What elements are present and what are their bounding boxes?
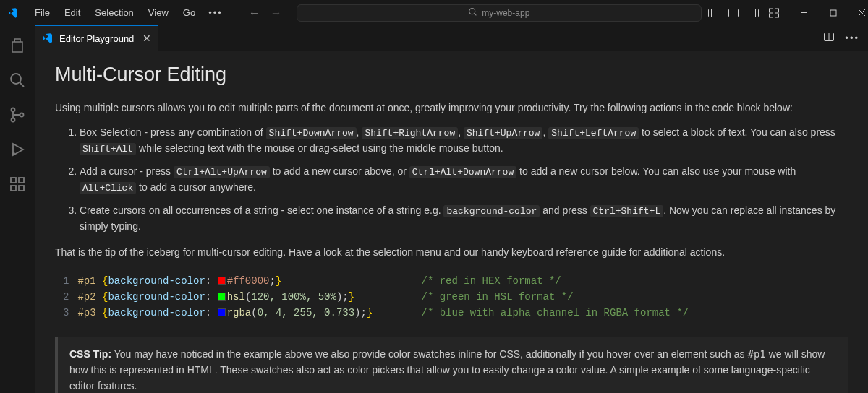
toggle-panel-icon[interactable] — [728, 7, 739, 19]
line-gutter: 1 2 3 — [56, 270, 77, 324]
vscode-logo-icon — [7, 7, 19, 19]
svg-point-0 — [469, 8, 475, 14]
vscode-logo-icon — [42, 33, 54, 44]
kbd: Ctrl+Shift+L — [590, 205, 664, 217]
run-debug-icon[interactable] — [0, 135, 35, 164]
intro-text: Using multiple cursors allows you to edi… — [55, 100, 848, 116]
source-control-icon[interactable] — [0, 100, 35, 129]
minimize-button[interactable] — [790, 2, 819, 24]
kbd: background-color — [443, 205, 540, 217]
nav-forward-icon[interactable]: → — [271, 7, 282, 20]
svg-rect-2 — [728, 9, 738, 17]
menu-more-icon[interactable]: ••• — [203, 3, 229, 22]
tab-editor-playground[interactable]: Editor Playground ✕ — [35, 25, 158, 51]
svg-rect-3 — [749, 9, 758, 17]
more-actions-icon[interactable]: ••• — [845, 33, 859, 43]
menu-bar: File Edit Selection View Go ••• — [27, 3, 229, 22]
search-icon — [468, 7, 477, 19]
svg-point-13 — [12, 152, 15, 155]
explorer-icon[interactable] — [0, 31, 35, 60]
kbd: Shift+RightArrow — [362, 127, 458, 139]
svg-point-11 — [12, 118, 15, 122]
layout-controls — [707, 7, 780, 19]
svg-rect-7 — [775, 14, 778, 17]
split-editor-icon[interactable] — [823, 31, 835, 45]
kbd: Ctrl+Alt+DownArrow — [409, 166, 516, 178]
kbd: Alt+Click — [80, 182, 136, 194]
list-item: Create cursors on all occurrences of a s… — [80, 203, 848, 235]
maximize-button[interactable] — [819, 2, 848, 24]
kbd: Shift+Alt — [80, 143, 136, 155]
nav-arrows: ← → — [249, 7, 282, 20]
code-block[interactable]: 1 2 3 #p1 {background-color: #ff0000;} /… — [55, 269, 848, 324]
svg-rect-15 — [11, 186, 16, 191]
code-line: #p2 {background-color: hsl(120, 100%, 50… — [77, 289, 847, 305]
command-center-search[interactable]: my-web-app — [297, 4, 702, 22]
close-window-button[interactable] — [848, 2, 868, 24]
kbd: Shift+LeftArrow — [548, 127, 639, 139]
kbd: Shift+UpArrow — [464, 127, 542, 139]
menu-view[interactable]: View — [141, 3, 176, 22]
extensions-icon[interactable] — [0, 170, 35, 199]
code-line: #p1 {background-color: #ff0000;} /* red … — [77, 273, 847, 289]
svg-rect-17 — [19, 178, 24, 183]
close-icon[interactable]: ✕ — [142, 33, 151, 44]
color-swatch-icon[interactable] — [218, 277, 226, 285]
editor-actions: ••• — [814, 25, 868, 51]
menu-file[interactable]: File — [27, 3, 57, 22]
code-lines: #p1 {background-color: #ff0000;} /* red … — [77, 270, 847, 324]
outro-text: That is the tip of the iceberg for multi… — [55, 245, 848, 261]
title-bar: File Edit Selection View Go ••• ← → my-w… — [0, 0, 868, 25]
svg-rect-16 — [19, 186, 24, 191]
toggle-primary-sidebar-icon[interactable] — [707, 7, 719, 19]
list-item: Add a cursor - press Ctrl+Alt+UpArrow to… — [80, 164, 848, 196]
activity-bar — [0, 25, 35, 393]
nav-back-icon[interactable]: ← — [249, 7, 260, 20]
menu-edit[interactable]: Edit — [57, 3, 88, 22]
css-tip-box: CSS Tip: You may have noticed in the exa… — [55, 337, 848, 393]
menu-go[interactable]: Go — [176, 3, 203, 22]
tab-label: Editor Playground — [59, 33, 134, 44]
tip-code: #p1 — [747, 348, 765, 360]
toggle-secondary-sidebar-icon[interactable] — [748, 7, 760, 19]
svg-point-10 — [12, 108, 15, 112]
list-item: Box Selection - press any combination of… — [80, 125, 848, 157]
tab-bar: Editor Playground ✕ ••• — [35, 25, 868, 51]
svg-rect-1 — [708, 9, 718, 17]
svg-rect-6 — [769, 14, 773, 17]
svg-rect-4 — [769, 9, 773, 12]
code-line: #p3 {background-color: rgba(0, 4, 255, 0… — [77, 305, 847, 321]
window-controls — [790, 2, 868, 24]
svg-point-9 — [11, 74, 21, 84]
playground-content: Multi-Cursor Editing Using multiple curs… — [35, 51, 868, 393]
customize-layout-icon[interactable] — [768, 7, 780, 19]
search-icon[interactable] — [0, 66, 35, 95]
svg-point-12 — [20, 113, 24, 117]
svg-rect-5 — [775, 9, 778, 12]
svg-rect-8 — [830, 10, 836, 16]
color-swatch-icon[interactable] — [218, 293, 226, 301]
tip-label: CSS Tip: — [69, 348, 111, 360]
page-title: Multi-Cursor Editing — [55, 60, 848, 90]
color-swatch-icon[interactable] — [218, 308, 226, 316]
kbd: Shift+DownArrow — [266, 127, 357, 139]
svg-rect-14 — [11, 178, 16, 183]
menu-selection[interactable]: Selection — [88, 3, 140, 22]
instruction-list: Box Selection - press any combination of… — [55, 125, 848, 235]
kbd: Ctrl+Alt+UpArrow — [174, 166, 270, 178]
search-placeholder: my-web-app — [482, 8, 529, 18]
